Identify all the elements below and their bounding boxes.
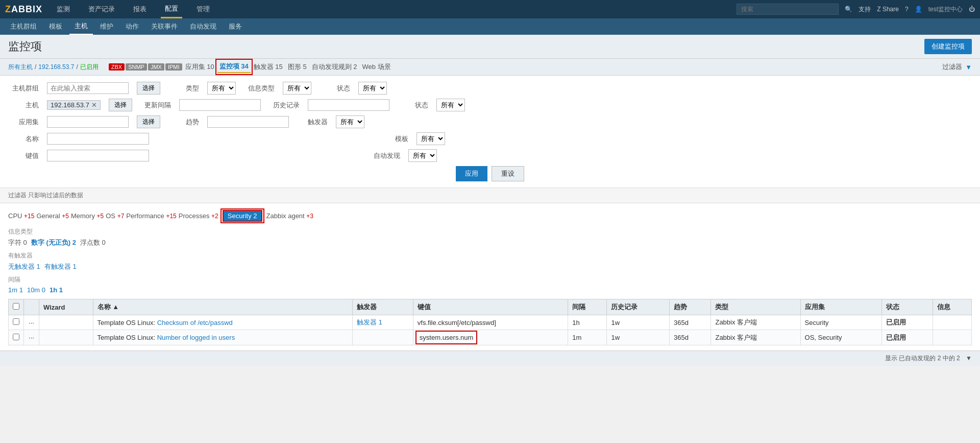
breadcrumb-all-hosts[interactable]: 所有主机 xyxy=(8,63,33,72)
subnav-discovery[interactable]: 自动发现 xyxy=(185,18,222,35)
trigger-select[interactable]: 所有 xyxy=(336,115,364,128)
tab-web-scenarios[interactable]: Web 场景 xyxy=(360,61,393,73)
no-trigger-link[interactable]: 无触发器 1 xyxy=(8,262,40,271)
name-input[interactable] xyxy=(47,133,149,145)
select-all-checkbox[interactable] xyxy=(13,303,19,310)
key-label: 键值 xyxy=(8,151,39,160)
subnav-actions[interactable]: 动作 xyxy=(120,18,144,35)
cpu-count: +15 xyxy=(24,213,34,220)
tab-triggers[interactable]: 触发器 15 xyxy=(252,61,285,73)
nav-assets[interactable]: 资产记录 xyxy=(84,0,119,18)
app-tag-performance[interactable]: Performance +15 xyxy=(126,212,176,220)
tab-bar: 所有主机 / 192.168.53.7 / 已启用 ZBX SNMP JMX I… xyxy=(0,59,980,76)
subnav-maintenance[interactable]: 维护 xyxy=(95,18,118,35)
app-tag-general[interactable]: General +5 xyxy=(36,212,69,220)
app-tag-memory[interactable]: Memory +5 xyxy=(71,212,104,220)
subnav-hosts[interactable]: 主机 xyxy=(69,18,93,35)
info-type-float[interactable]: 浮点数 0 xyxy=(80,238,106,247)
history-label: 历史记录 xyxy=(269,101,300,110)
badge-snmp[interactable]: SNMP xyxy=(126,63,147,71)
tab-monitor-items[interactable]: 监控项 34 xyxy=(217,61,251,73)
nav-monitor[interactable]: 监测 xyxy=(53,0,74,18)
subnav-correlations[interactable]: 关联事件 xyxy=(146,18,183,35)
share-link[interactable]: Z Share xyxy=(877,6,899,13)
reset-button[interactable]: 重设 xyxy=(492,166,524,181)
host-label: 主机 xyxy=(8,101,39,110)
app-tag-security[interactable]: Security 2 xyxy=(223,210,262,222)
filter-icon[interactable]: ▼ xyxy=(965,63,972,71)
template-select[interactable]: 所有 xyxy=(416,132,445,145)
row2-check xyxy=(9,330,24,345)
table-row: ··· Template OS Linux: Number of logged … xyxy=(9,330,972,345)
top-search-input[interactable] xyxy=(737,4,839,15)
filter-row-3: 应用集 选择 趋势 触发器 所有 xyxy=(8,115,972,128)
row2-dots[interactable]: ··· xyxy=(24,330,39,345)
row1-name: Template OS Linux: Checksum of /etc/pass… xyxy=(93,315,353,330)
status1-select[interactable]: 所有 xyxy=(358,82,387,95)
logo[interactable]: ZABBIX xyxy=(5,4,42,15)
subnav-host-groups[interactable]: 主机群组 xyxy=(5,18,42,35)
name-label: 名称 xyxy=(8,134,39,144)
appset-label: 应用集 xyxy=(8,118,39,127)
interval-label: 间隔 xyxy=(8,275,972,284)
app-tag-zabbix-agent[interactable]: Zabbix agent +3 xyxy=(266,212,313,220)
host-group-select-button[interactable]: 选择 xyxy=(137,82,160,95)
breadcrumb-status: 已启用 xyxy=(80,63,99,72)
badge-jmx[interactable]: JMX xyxy=(148,63,164,71)
info-type-uint[interactable]: 数字 (无正负) 2 xyxy=(31,238,76,247)
history-input[interactable] xyxy=(308,99,389,111)
help-icon[interactable]: ? xyxy=(905,6,909,13)
row1-name-link[interactable]: Checksum of /etc/passwd xyxy=(157,319,233,327)
scroll-down-icon[interactable]: ▼ xyxy=(966,355,972,362)
trend-input[interactable] xyxy=(207,116,289,128)
row2-checkbox[interactable] xyxy=(13,334,19,340)
host-select-button[interactable]: 选择 xyxy=(109,99,132,111)
create-monitor-button[interactable]: 创建监控项 xyxy=(924,39,972,54)
key-input[interactable] xyxy=(47,150,149,161)
update-interval-input[interactable] xyxy=(179,99,261,111)
row1-triggers: 触发器 1 xyxy=(353,315,413,330)
tab-graphs[interactable]: 图形 5 xyxy=(286,61,309,73)
interval-10m[interactable]: 10m 0 xyxy=(27,286,45,294)
tab-app-sets[interactable]: 应用集 10 xyxy=(183,61,216,73)
subnav-services[interactable]: 服务 xyxy=(224,18,247,35)
host-group-input[interactable] xyxy=(47,82,129,94)
th-name[interactable]: 名称 ▲ xyxy=(93,299,353,315)
info-type-char[interactable]: 字符 0 xyxy=(8,238,27,247)
appset-select-button[interactable]: 选择 xyxy=(137,115,160,128)
row1-history: 1w xyxy=(607,315,669,330)
nav-reports[interactable]: 报表 xyxy=(129,0,151,18)
app-tag-os[interactable]: OS +7 xyxy=(106,212,124,220)
status2-select[interactable]: 所有 xyxy=(436,99,465,111)
user-icon[interactable]: 👤 xyxy=(915,6,922,13)
badge-ipmi[interactable]: IPMI xyxy=(165,63,182,71)
th-key: 键值 xyxy=(413,299,568,315)
nav-config[interactable]: 配置 xyxy=(161,0,182,18)
nav-admin[interactable]: 管理 xyxy=(192,0,214,18)
tab-discovery-rules[interactable]: 自动发现规则 2 xyxy=(310,61,359,73)
badge-zbx[interactable]: ZBX xyxy=(109,63,125,71)
interval-1m[interactable]: 1m 1 xyxy=(8,286,23,294)
th-trend: 趋势 xyxy=(669,299,711,315)
app-tag-processes[interactable]: Processes +2 xyxy=(179,212,218,220)
power-icon[interactable]: ⏻ xyxy=(969,6,975,13)
support-link[interactable]: 支持 xyxy=(859,5,871,14)
app-tag-cpu[interactable]: CPU +15 xyxy=(8,212,34,220)
interval-1h[interactable]: 1h 1 xyxy=(50,286,63,294)
table-row: ··· Template OS Linux: Checksum of /etc/… xyxy=(9,315,972,330)
breadcrumb-host-ip[interactable]: 192.168.53.7 xyxy=(38,63,74,71)
row1-dots[interactable]: ··· xyxy=(24,315,39,330)
search-icon[interactable]: 🔍 xyxy=(845,6,852,13)
host-tag-close[interactable]: ✕ xyxy=(91,101,97,109)
row2-name-link[interactable]: Number of logged in users xyxy=(157,334,235,341)
apply-button[interactable]: 应用 xyxy=(456,166,487,181)
appset-input[interactable] xyxy=(47,116,129,128)
auto-discover-select[interactable]: 所有 xyxy=(408,149,437,162)
subnav-templates[interactable]: 模板 xyxy=(44,18,67,35)
has-trigger-link[interactable]: 有触发器 1 xyxy=(44,262,77,271)
row1-checkbox[interactable] xyxy=(13,318,19,325)
memory-count: +5 xyxy=(97,213,104,220)
type-select[interactable]: 所有 xyxy=(207,82,236,95)
row1-trigger-link[interactable]: 触发器 1 xyxy=(357,318,382,326)
info-type-select[interactable]: 所有 xyxy=(283,82,311,95)
